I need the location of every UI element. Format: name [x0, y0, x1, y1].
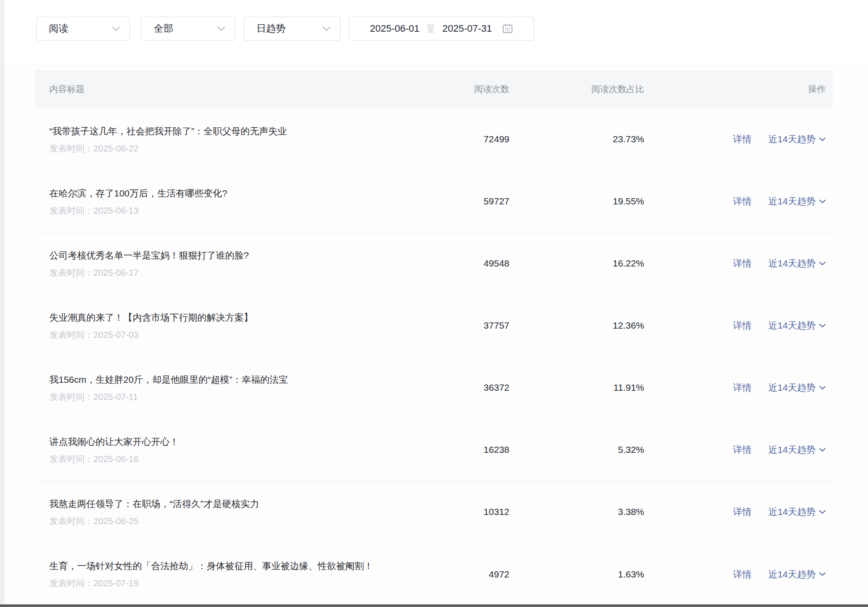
trend-link[interactable]: 近14天趋势 — [768, 506, 826, 518]
filter-bar: 阅读 全部 日趋势 2025-06-01 至 2025-07-31 — [4, 0, 868, 65]
header-content-title: 内容标题 — [49, 83, 434, 95]
granularity-select[interactable]: 日趋势 — [244, 17, 341, 41]
table-row: 公司考核优秀名单一半是宝妈！狠狠打了谁的脸? 发表时间：2025-06-17 4… — [35, 233, 833, 295]
chevron-down-icon — [819, 448, 826, 452]
trend-link[interactable]: 近14天趋势 — [768, 568, 826, 581]
trend-link[interactable]: 近14天趋势 — [768, 444, 826, 456]
chevron-down-icon — [112, 26, 120, 31]
publish-date: 发表时间：2025-06-16 — [49, 453, 434, 465]
date-range-picker[interactable]: 2025-06-01 至 2025-07-31 — [349, 17, 534, 41]
article-title: 公司考核优秀名单一半是宝妈！狠狠打了谁的脸? — [49, 248, 411, 262]
trend-link[interactable]: 近14天趋势 — [768, 195, 826, 207]
date-range-start: 2025-06-01 — [370, 23, 419, 34]
publish-date-value: 2025-06-13 — [93, 206, 138, 215]
analytics-page: 阅读 全部 日趋势 2025-06-01 至 2025-07-31 — [4, 0, 868, 607]
publish-date-value: 2025-07-19 — [93, 578, 138, 588]
header-actions: 操作 — [644, 83, 826, 95]
trend-link-label: 近14天趋势 — [768, 444, 816, 456]
detail-link[interactable]: 详情 — [733, 506, 752, 518]
metric-select[interactable]: 阅读 — [36, 17, 130, 41]
publish-date-value: 2025-07-03 — [93, 330, 138, 340]
article-title: 在哈尔滨，存了100万后，生活有哪些变化? — [49, 186, 411, 200]
metric-select-value: 阅读 — [49, 22, 68, 35]
trend-link[interactable]: 近14天趋势 — [768, 133, 826, 145]
trend-link[interactable]: 近14天趋势 — [768, 319, 826, 332]
chevron-down-icon — [819, 386, 826, 390]
table-row: 生育，一场针对女性的「合法抢劫」：身体被征用、事业被边缘、性欲被阉割！ 发表时间… — [35, 543, 833, 605]
detail-link[interactable]: 详情 — [733, 319, 752, 332]
publish-date-label: 发表时间： — [49, 392, 93, 402]
trend-link[interactable]: 近14天趋势 — [768, 257, 826, 270]
detail-link[interactable]: 详情 — [733, 568, 752, 581]
detail-link[interactable]: 详情 — [733, 257, 752, 270]
read-count: 36372 — [434, 382, 509, 393]
detail-link[interactable]: 详情 — [733, 381, 752, 394]
chevron-down-icon — [819, 200, 826, 204]
read-count: 49548 — [434, 258, 509, 269]
publish-date-value: 2025-06-16 — [93, 454, 138, 464]
chevron-down-icon — [819, 137, 826, 141]
scope-select-value: 全部 — [154, 22, 173, 35]
article-title: 我熬走两任领导了：在职场，“活得久”才是硬核实力 — [49, 497, 411, 511]
article-title: 我156cm，生娃胖20斤，却是他眼里的“超模”：幸福的法宝 — [49, 373, 411, 386]
table-row: 我156cm，生娃胖20斤，却是他眼里的“超模”：幸福的法宝 发表时间：2025… — [35, 357, 833, 419]
table-row: 我熬走两任领导了：在职场，“活得久”才是硬核实力 发表时间：2025-06-25… — [35, 481, 833, 543]
table-section: 内容标题 阅读次数 阅读次数占比 操作 “我带孩子这几年，社会把我开除了”：全职… — [4, 65, 868, 607]
read-count: 37757 — [434, 320, 509, 331]
read-share: 23.73% — [509, 134, 644, 144]
scope-select[interactable]: 全部 — [141, 17, 235, 41]
read-count: 16238 — [434, 444, 509, 455]
detail-link[interactable]: 详情 — [733, 133, 752, 145]
table-row: 讲点我闹心的让大家开心开心！ 发表时间：2025-06-16 16238 5.3… — [35, 419, 833, 481]
publish-date: 发表时间：2025-06-17 — [49, 267, 434, 279]
detail-link[interactable]: 详情 — [733, 444, 752, 456]
chevron-down-icon — [819, 572, 826, 576]
trend-link-label: 近14天趋势 — [768, 133, 816, 145]
publish-date-value: 2025-06-25 — [93, 516, 138, 526]
publish-date-label: 发表时间： — [49, 516, 93, 526]
publish-date-label: 发表时间： — [49, 454, 93, 464]
publish-date-value: 2025-06-17 — [93, 268, 138, 278]
detail-link[interactable]: 详情 — [733, 195, 752, 207]
publish-date: 发表时间：2025-06-13 — [49, 205, 434, 217]
article-title: 讲点我闹心的让大家开心开心！ — [49, 435, 411, 448]
publish-date-label: 发表时间： — [49, 578, 93, 588]
publish-date-value: 2025-06-22 — [93, 144, 138, 153]
publish-date: 发表时间：2025-06-22 — [49, 143, 434, 155]
content-stats-table: 内容标题 阅读次数 阅读次数占比 操作 “我带孩子这几年，社会把我开除了”：全职… — [35, 70, 833, 605]
date-range-separator: 至 — [427, 23, 435, 35]
read-share: 5.32% — [509, 444, 644, 455]
publish-date: 发表时间：2025-06-25 — [49, 515, 434, 527]
trend-link-label: 近14天趋势 — [768, 319, 816, 332]
read-count: 10312 — [434, 507, 509, 517]
read-share: 19.55% — [509, 196, 644, 207]
publish-date-label: 发表时间： — [49, 144, 93, 153]
chevron-down-icon — [819, 510, 826, 514]
read-share: 3.38% — [509, 507, 644, 517]
read-count: 59727 — [434, 196, 509, 207]
trend-link-label: 近14天趋势 — [768, 568, 816, 581]
table-row: “我带孩子这几年，社会把我开除了”：全职父母的无声失业 发表时间：2025-06… — [35, 108, 833, 170]
header-read-count: 阅读次数 — [434, 83, 509, 95]
calendar-icon — [502, 23, 513, 34]
table-row: 在哈尔滨，存了100万后，生活有哪些变化? 发表时间：2025-06-13 59… — [35, 170, 833, 233]
granularity-select-value: 日趋势 — [256, 22, 286, 35]
header-read-share: 阅读次数占比 — [509, 83, 644, 95]
publish-date: 发表时间：2025-07-03 — [49, 329, 434, 341]
publish-date: 发表时间：2025-07-19 — [49, 577, 434, 589]
date-range-end: 2025-07-31 — [442, 23, 492, 34]
chevron-down-icon — [819, 262, 826, 266]
publish-date: 发表时间：2025-07-11 — [49, 391, 434, 403]
publish-date-label: 发表时间： — [49, 330, 93, 340]
trend-link-label: 近14天趋势 — [768, 506, 816, 518]
article-title: 失业潮真的来了！【内含市场下行期的解决方案】 — [49, 311, 411, 324]
read-share: 12.36% — [509, 320, 644, 331]
publish-date-label: 发表时间： — [49, 206, 93, 215]
table-header: 内容标题 阅读次数 阅读次数占比 操作 — [35, 70, 833, 108]
article-title: 生育，一场针对女性的「合法抢劫」：身体被征用、事业被边缘、性欲被阉割！ — [49, 559, 411, 573]
chevron-down-icon — [819, 324, 826, 328]
read-share: 11.91% — [509, 382, 644, 393]
bottom-edge-strip — [0, 604, 868, 607]
chevron-down-icon — [217, 26, 225, 31]
trend-link[interactable]: 近14天趋势 — [768, 381, 826, 394]
